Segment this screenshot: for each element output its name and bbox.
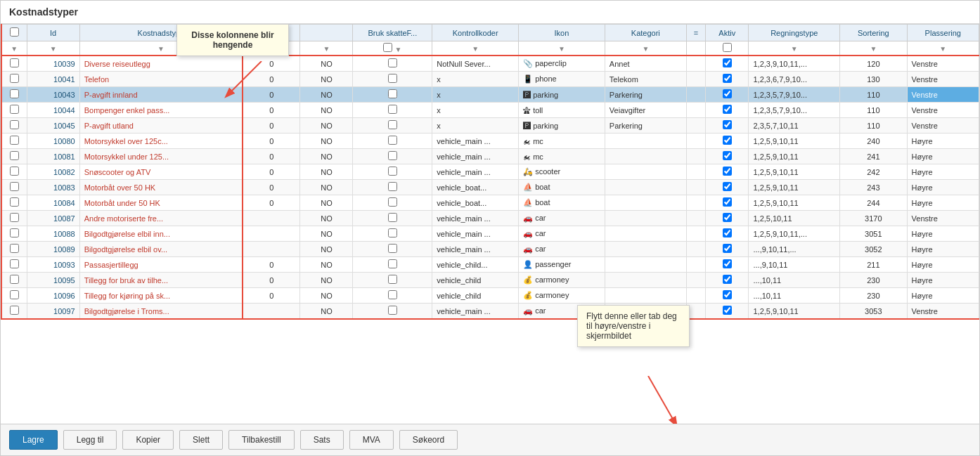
table-row[interactable]: 10043P-avgift innland0NOx🅿 parkingParker… bbox=[1, 87, 979, 103]
row-aktiv-checkbox[interactable] bbox=[723, 197, 732, 207]
row-skatt-checkbox[interactable] bbox=[388, 244, 397, 253]
table-row[interactable]: 10088Bilgodtgjørelse elbil inn...NOvehic… bbox=[1, 226, 979, 242]
save-button[interactable]: Lagre bbox=[9, 430, 58, 450]
filter-id[interactable]: ▼ bbox=[27, 41, 79, 56]
row-checkbox[interactable] bbox=[10, 275, 19, 284]
row-checkbox-cell[interactable] bbox=[1, 103, 27, 118]
row-skatt[interactable] bbox=[353, 56, 432, 72]
row-checkbox-cell[interactable] bbox=[1, 195, 27, 211]
row-skatt-checkbox[interactable] bbox=[388, 74, 397, 83]
col-header-id[interactable]: Id bbox=[27, 25, 79, 41]
row-aktiv[interactable] bbox=[706, 288, 749, 304]
row-checkbox-cell[interactable] bbox=[1, 180, 27, 195]
row-checkbox[interactable] bbox=[10, 120, 19, 129]
filter-reg[interactable]: ▼ bbox=[749, 41, 840, 56]
select-all-checkbox[interactable] bbox=[10, 27, 19, 37]
row-checkbox-cell[interactable] bbox=[1, 242, 27, 257]
row-aktiv-checkbox[interactable] bbox=[723, 182, 732, 191]
table-row[interactable]: 10082Snøscooter og ATV0NOvehicle_main ..… bbox=[1, 164, 979, 180]
row-checkbox[interactable] bbox=[10, 244, 19, 253]
row-skatt[interactable] bbox=[353, 149, 432, 164]
row-checkbox-cell[interactable] bbox=[1, 133, 27, 149]
row-skatt-checkbox[interactable] bbox=[388, 213, 397, 222]
filter-no[interactable]: ▼ bbox=[300, 41, 353, 56]
row-checkbox-cell[interactable] bbox=[1, 149, 27, 164]
row-aktiv[interactable] bbox=[706, 164, 749, 180]
row-aktiv-checkbox[interactable] bbox=[723, 213, 732, 222]
row-skatt-checkbox[interactable] bbox=[388, 182, 397, 191]
row-aktiv-checkbox[interactable] bbox=[723, 105, 732, 114]
table-row[interactable]: 10039Diverse reiseutlegg0NONotNull Sever… bbox=[1, 56, 979, 72]
col-header-ikon[interactable]: Ikon bbox=[519, 25, 605, 41]
row-skatt[interactable] bbox=[353, 195, 432, 211]
filter-aktiv[interactable] bbox=[706, 41, 749, 56]
row-skatt-checkbox[interactable] bbox=[388, 136, 397, 145]
table-row[interactable]: 10045P-avgift utland0NOx🅿 parkingParkeri… bbox=[1, 118, 979, 133]
row-skatt-checkbox[interactable] bbox=[388, 167, 397, 176]
row-aktiv-checkbox[interactable] bbox=[723, 290, 732, 299]
row-skatt[interactable] bbox=[353, 72, 432, 87]
filter-sort[interactable]: ▼ bbox=[840, 41, 908, 56]
row-skatt-checkbox[interactable] bbox=[388, 89, 397, 98]
col-header-aktiv[interactable]: Aktiv bbox=[706, 25, 749, 41]
row-skatt[interactable] bbox=[353, 103, 432, 118]
row-skatt-checkbox[interactable] bbox=[388, 275, 397, 284]
row-checkbox[interactable] bbox=[10, 58, 19, 67]
row-checkbox[interactable] bbox=[10, 105, 19, 114]
row-checkbox[interactable] bbox=[10, 197, 19, 207]
search-word-button[interactable]: Søkeord bbox=[399, 430, 458, 450]
table-row[interactable]: 10044Bompenger enkel pass...0NOx🛣 tollVe… bbox=[1, 103, 979, 118]
col-header-plass[interactable]: Plassering bbox=[907, 25, 979, 41]
filter-kat[interactable]: ▼ bbox=[605, 41, 686, 56]
row-skatt-checkbox[interactable] bbox=[388, 197, 397, 207]
row-checkbox[interactable] bbox=[10, 89, 19, 98]
row-aktiv-checkbox[interactable] bbox=[723, 275, 732, 284]
row-aktiv-checkbox[interactable] bbox=[723, 167, 732, 176]
row-checkbox-cell[interactable] bbox=[1, 72, 27, 87]
filter-plass[interactable]: ▼ bbox=[907, 41, 979, 56]
row-aktiv-checkbox[interactable] bbox=[723, 58, 732, 67]
table-row[interactable]: 10081Motorsykkel under 125...0NOvehicle_… bbox=[1, 149, 979, 164]
filter-aktiv-checkbox[interactable] bbox=[723, 43, 732, 52]
row-aktiv[interactable] bbox=[706, 226, 749, 242]
row-skatt[interactable] bbox=[353, 211, 432, 226]
row-checkbox-cell[interactable] bbox=[1, 118, 27, 133]
row-checkbox[interactable] bbox=[10, 151, 19, 160]
row-aktiv[interactable] bbox=[706, 149, 749, 164]
row-aktiv[interactable] bbox=[706, 195, 749, 211]
row-checkbox-cell[interactable] bbox=[1, 288, 27, 304]
row-checkbox-cell[interactable] bbox=[1, 273, 27, 288]
row-aktiv[interactable] bbox=[706, 273, 749, 288]
col-header-reg[interactable]: Regningstype bbox=[749, 25, 840, 41]
row-checkbox[interactable] bbox=[10, 228, 19, 237]
table-scroll[interactable]: Id Kostnadstype rt n... Bruk skatteF... … bbox=[1, 24, 979, 320]
row-aktiv-checkbox[interactable] bbox=[723, 151, 732, 160]
row-skatt[interactable] bbox=[353, 257, 432, 273]
row-aktiv-checkbox[interactable] bbox=[723, 89, 732, 98]
row-skatt[interactable] bbox=[353, 304, 432, 320]
row-checkbox[interactable] bbox=[10, 213, 19, 222]
row-aktiv[interactable] bbox=[706, 56, 749, 72]
mva-button[interactable]: MVA bbox=[349, 430, 394, 450]
table-row[interactable]: 10041Telefon0NOx📱 phoneTelekom1,2,3,6,7,… bbox=[1, 72, 979, 87]
filter-ikon[interactable]: ▼ bbox=[519, 41, 605, 56]
col-header-no[interactable] bbox=[300, 25, 353, 41]
table-row[interactable]: 10080Motorsykkel over 125c...0NOvehicle_… bbox=[1, 133, 979, 149]
row-skatt-checkbox[interactable] bbox=[388, 290, 397, 299]
row-aktiv[interactable] bbox=[706, 103, 749, 118]
row-skatt[interactable] bbox=[353, 164, 432, 180]
table-row[interactable]: 10084Motorbåt under 50 HK0NOvehicle_boat… bbox=[1, 195, 979, 211]
row-aktiv-checkbox[interactable] bbox=[723, 228, 732, 237]
col-header-skatt[interactable]: Bruk skatteF... bbox=[353, 25, 432, 41]
reset-button[interactable]: Tilbakestill bbox=[228, 430, 295, 450]
row-checkbox[interactable] bbox=[10, 290, 19, 299]
row-aktiv[interactable] bbox=[706, 304, 749, 320]
row-aktiv-checkbox[interactable] bbox=[723, 259, 732, 268]
row-skatt-checkbox[interactable] bbox=[388, 306, 397, 315]
row-checkbox[interactable] bbox=[10, 182, 19, 191]
row-skatt[interactable] bbox=[353, 180, 432, 195]
row-checkbox-cell[interactable] bbox=[1, 87, 27, 103]
rate-button[interactable]: Sats bbox=[300, 430, 344, 450]
row-aktiv-checkbox[interactable] bbox=[723, 120, 732, 129]
row-checkbox-cell[interactable] bbox=[1, 56, 27, 72]
